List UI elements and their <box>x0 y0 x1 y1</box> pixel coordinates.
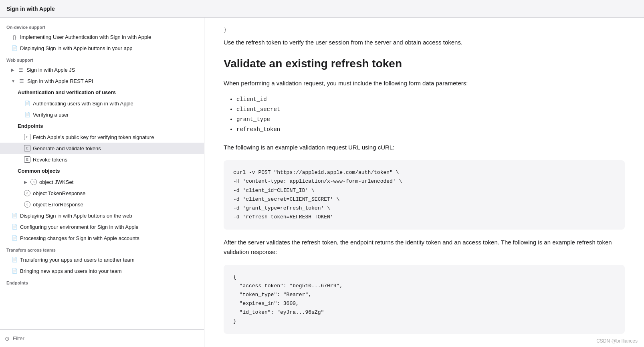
chevron-right-icon: ▶ <box>24 180 27 184</box>
nav-item-label: Processing changes for Sign in with Appl… <box>20 235 139 241</box>
nav-item-label: Displaying Sign in with Apple buttons in… <box>20 45 132 51</box>
curly-brace-icon: {} <box>11 34 18 40</box>
doc-icon: 📄 <box>11 235 18 241</box>
nav-item-label: Bringing new apps and users into your te… <box>20 268 122 274</box>
doc-icon: 📄 <box>11 224 18 230</box>
nav-item-displaying-app[interactable]: 📄 Displaying Sign in with Apple buttons … <box>0 42 204 54</box>
doc-icon: 📄 <box>24 111 30 118</box>
nav-item-revoke-tokens[interactable]: E Revoke tokens <box>0 154 204 165</box>
nav-item-transferring[interactable]: 📄 Transferring your apps and users to an… <box>0 254 204 265</box>
nav-item-label: Verifying a user <box>33 112 69 118</box>
endpoint-icon: E <box>24 145 30 151</box>
top-code-snippet: } <box>224 27 625 33</box>
filter-icon: ⊙ <box>5 335 10 342</box>
section-header-endpoints-bottom: Endpoints <box>0 276 204 287</box>
doc-icon: 📄 <box>11 212 18 219</box>
body-text-2: The following is an example validation r… <box>224 143 625 152</box>
watermark: CSDN @brilliances <box>596 338 638 344</box>
nav-item-label: Transferring your apps and users to anot… <box>20 257 135 263</box>
object-icon: ○ <box>30 179 37 185</box>
list-icon: ☰ <box>18 67 24 73</box>
object-icon: ○ <box>24 201 30 208</box>
filter-label: Filter <box>13 335 24 341</box>
chevron-right-icon: ▶ <box>11 68 14 72</box>
sub-section-auth: Authentication and verification of users <box>0 87 204 98</box>
nav-item-label: Configuring your environment for Sign in… <box>20 224 139 230</box>
nav-item-label: object JWKSet <box>39 179 73 185</box>
intro-text: Use the refresh token to verify the user… <box>224 38 625 47</box>
main-layout: On-device support {} Implementing User A… <box>0 18 644 347</box>
nav-item-label: Revoke tokens <box>33 157 67 163</box>
top-bar-title: Sign in with Apple <box>6 6 55 12</box>
sidebar: On-device support {} Implementing User A… <box>0 18 204 347</box>
nav-item-fetch-key[interactable]: E Fetch Apple's public key for verifying… <box>0 131 204 143</box>
section-title: Validate an existing refresh token <box>224 57 625 71</box>
section-header-transfers: Transfers across teams <box>0 244 204 254</box>
bullet-item-client-id: client_id <box>236 95 625 105</box>
top-bar: Sign in with Apple <box>0 0 644 18</box>
sub-section-endpoints: Endpoints <box>0 120 204 131</box>
nav-item-label: object ErrorResponse <box>33 202 83 208</box>
doc-icon: 📄 <box>11 45 18 51</box>
nav-item-displaying-web[interactable]: 📄 Displaying Sign in with Apple buttons … <box>0 210 204 221</box>
doc-icon: 📄 <box>11 268 18 274</box>
nav-item-label: Sign in with Apple REST API <box>27 78 93 84</box>
doc-icon: 📄 <box>24 100 30 107</box>
nav-item-verifying[interactable]: 📄 Verifying a user <box>0 109 204 120</box>
after-text: After the server validates the refresh t… <box>224 238 625 257</box>
nav-item-label: Fetch Apple's public key for verifying t… <box>33 134 154 140</box>
nav-item-apple-js[interactable]: ▶ ☰ Sign in with Apple JS <box>0 64 204 75</box>
sub-section-label: Common objects <box>18 168 60 174</box>
nav-item-generate-tokens[interactable]: E Generate and validate tokens <box>0 143 204 154</box>
endpoint-icon: E <box>24 134 30 140</box>
nav-item-label: Displaying Sign in with Apple buttons on… <box>20 213 132 219</box>
bullet-item-refresh-token: refresh_token <box>236 125 625 135</box>
sub-section-label: Authentication and verification of users <box>18 89 116 95</box>
section-header-web: Web support <box>0 54 204 64</box>
nav-item-label: Authenticating users with Sign in with A… <box>33 101 133 107</box>
nav-item-token-response[interactable]: ○ object TokenResponse <box>0 188 204 199</box>
sidebar-filter[interactable]: ⊙ Filter <box>0 329 204 347</box>
nav-item-jwkset[interactable]: ▶ ○ object JWKSet <box>0 176 204 188</box>
response-code-block: { "access_token": "beg510...670r9", "tok… <box>224 265 625 334</box>
nav-item-processing-changes[interactable]: 📄 Processing changes for Sign in with Ap… <box>0 232 204 244</box>
nav-item-label: Generate and validate tokens <box>33 145 101 151</box>
bullet-item-grant-type: grant_type <box>236 115 625 125</box>
nav-item-label: Implementing User Authentication with Si… <box>20 34 151 40</box>
curl-code-block: curl -v POST "https://appleid.apple.com/… <box>224 160 625 230</box>
object-icon: ○ <box>24 190 30 196</box>
endpoint-icon: E <box>24 156 30 163</box>
nav-item-configuring[interactable]: 📄 Configuring your environment for Sign … <box>0 221 204 232</box>
sub-section-label: Endpoints <box>18 123 43 129</box>
bullet-list: client_id client_secret grant_type refre… <box>224 95 625 135</box>
nav-item-rest-api[interactable]: ▼ ☰ Sign in with Apple REST API <box>0 75 204 87</box>
nav-item-label: Sign in with Apple JS <box>26 67 75 73</box>
nav-item-authenticating[interactable]: 📄 Authenticating users with Sign in with… <box>0 98 204 109</box>
nav-item-bringing[interactable]: 📄 Bringing new apps and users into your … <box>0 265 204 276</box>
body-text-1: When performing a validation request, yo… <box>224 79 625 88</box>
chevron-down-icon: ▼ <box>11 79 15 83</box>
main-content[interactable]: } Use the refresh token to verify the us… <box>204 18 644 347</box>
bullet-item-client-secret: client_secret <box>236 105 625 115</box>
nav-item-error-response[interactable]: ○ object ErrorResponse <box>0 199 204 210</box>
section-header-on-device: On-device support <box>0 21 204 31</box>
sub-section-common-objects: Common objects <box>0 165 204 176</box>
list-icon: ☰ <box>18 78 25 84</box>
nav-item-label: object TokenResponse <box>33 190 85 196</box>
nav-item-implementing[interactable]: {} Implementing User Authentication with… <box>0 31 204 42</box>
sidebar-nav[interactable]: On-device support {} Implementing User A… <box>0 18 204 329</box>
doc-icon: 📄 <box>11 256 18 263</box>
